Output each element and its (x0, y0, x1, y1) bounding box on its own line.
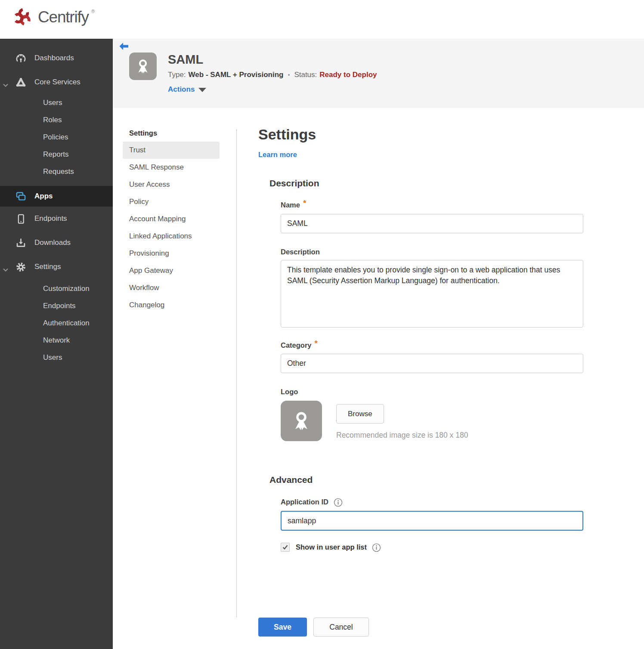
actions-label: Actions (168, 85, 195, 94)
core-services-submenu: Users Roles Policies Reports Requests (0, 94, 113, 180)
subnav-item-workflow[interactable]: Workflow (123, 279, 220, 297)
show-in-user-app-list-label: Show in user app list (296, 543, 367, 551)
vertical-divider (236, 129, 237, 618)
subnav-item-provisioning[interactable]: Provisioning (123, 245, 220, 262)
actions-button[interactable]: Actions (168, 85, 206, 94)
back-button[interactable] (119, 42, 129, 51)
sidebar-item-dashboards[interactable]: Dashboards (0, 46, 113, 70)
core-services-icon (15, 77, 27, 88)
application-id-label-row: Application ID (281, 497, 603, 507)
apps-icon (15, 191, 27, 202)
save-button[interactable]: Save (258, 618, 307, 637)
category-label-row: Category * (281, 340, 603, 350)
type-label: Type: (168, 71, 186, 79)
info-icon[interactable] (334, 498, 343, 507)
sidebar-item-core-services[interactable]: Core Services (0, 70, 113, 94)
name-label: Name (281, 200, 300, 210)
app-header: SAML Type: Web - SAML + Provisioning • S… (113, 39, 644, 107)
learn-more-link[interactable]: Learn more (258, 151, 297, 159)
logo-label-row: Logo (281, 387, 603, 396)
sidebar-item-authentication[interactable]: Authentication (0, 315, 113, 332)
type-value: Web - SAML + Provisioning (189, 71, 284, 79)
subnav-item-changelog[interactable]: Changelog (123, 297, 220, 314)
download-icon (15, 237, 27, 249)
sidebar-item-label: Downloads (34, 238, 71, 247)
sidebar-item-downloads[interactable]: Downloads (0, 231, 113, 255)
subnav-item-linked-applications[interactable]: Linked Applications (123, 228, 220, 245)
logo-size-hint: Recommended image size is 180 x 180 (336, 431, 468, 440)
sidebar-item-users[interactable]: Users (0, 94, 113, 111)
sidebar: Dashboards Core Services Users Roles Pol… (0, 39, 113, 649)
gear-icon (15, 261, 27, 273)
advanced-section-heading: Advanced (269, 474, 603, 485)
chevron-down-icon[interactable] (3, 80, 8, 89)
application-id-input[interactable] (281, 511, 583, 531)
settings-submenu: Customization Endpoints Authentication N… (0, 280, 113, 366)
sidebar-item-network[interactable]: Network (0, 332, 113, 349)
subnav-item-user-access[interactable]: User Access (123, 176, 220, 193)
brand-registered-mark: ® (91, 9, 95, 14)
settings-panel: Settings Learn more Description Name * D… (258, 126, 603, 637)
brand: Centrify ® (0, 0, 644, 28)
description-section-heading: Description (269, 178, 603, 189)
sidebar-item-settings[interactable]: Settings (0, 255, 113, 279)
show-in-user-app-list-checkbox[interactable] (281, 543, 290, 552)
sidebar-item-policies[interactable]: Policies (0, 129, 113, 146)
subnav-item-policy[interactable]: Policy (123, 193, 220, 210)
sidebar-item-roles[interactable]: Roles (0, 111, 113, 129)
gauge-icon (15, 53, 27, 64)
sidebar-item-reports[interactable]: Reports (0, 146, 113, 163)
brand-name: Centrify (38, 8, 89, 26)
subnav-item-trust[interactable]: Trust (123, 142, 220, 159)
centrify-logo-icon (12, 7, 33, 28)
subnav-header: Settings (123, 127, 220, 142)
browse-button[interactable]: Browse (336, 404, 384, 423)
app-title: SAML (168, 53, 377, 66)
logo-label: Logo (281, 387, 298, 396)
subnav-item-saml-response[interactable]: SAML Response (123, 159, 220, 176)
app-subnav: Settings Trust SAML Response User Access… (123, 127, 220, 314)
category-input[interactable] (281, 354, 583, 373)
name-label-row: Name * (281, 200, 603, 210)
info-icon[interactable] (372, 543, 381, 552)
status-badge: Ready to Deploy (319, 71, 377, 79)
top-bar: Centrify ® (0, 0, 644, 39)
sidebar-item-customization[interactable]: Customization (0, 280, 113, 297)
sidebar-item-label: Dashboards (34, 54, 74, 62)
caret-down-icon (198, 88, 206, 92)
description-label: Description (281, 247, 320, 257)
name-input[interactable] (281, 214, 583, 233)
sidebar-item-settings-endpoints[interactable]: Endpoints (0, 297, 113, 315)
required-marker: * (315, 339, 318, 348)
app-logo (129, 53, 157, 80)
app-logo-preview (281, 401, 322, 441)
sidebar-item-label: Core Services (34, 78, 80, 87)
description-textarea[interactable]: This template enables you to provide sin… (281, 260, 583, 328)
sidebar-item-label: Apps (34, 192, 53, 201)
description-label-row: Description (281, 247, 603, 257)
required-marker: * (303, 198, 306, 208)
sidebar-item-settings-users[interactable]: Users (0, 349, 113, 366)
sidebar-item-requests[interactable]: Requests (0, 163, 113, 180)
sidebar-item-apps[interactable]: Apps (0, 186, 113, 207)
category-label: Category (281, 340, 312, 350)
subnav-item-app-gateway[interactable]: App Gateway (123, 262, 220, 279)
subnav-item-account-mapping[interactable]: Account Mapping (123, 210, 220, 228)
application-id-label: Application ID (281, 497, 328, 507)
sidebar-item-label: Endpoints (34, 214, 67, 223)
cancel-button[interactable]: Cancel (313, 618, 369, 637)
status-label: Status: (294, 71, 317, 79)
sidebar-item-endpoints[interactable]: Endpoints (0, 207, 113, 231)
device-icon (15, 213, 27, 225)
sidebar-item-label: Settings (34, 263, 61, 271)
app-meta: Type: Web - SAML + Provisioning • Status… (168, 71, 377, 79)
page-title: Settings (258, 126, 603, 143)
chevron-down-icon[interactable] (3, 265, 8, 274)
meta-separator: • (288, 71, 290, 78)
